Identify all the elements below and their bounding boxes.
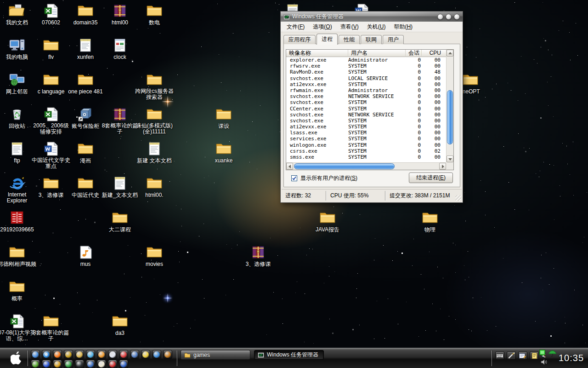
desktop-icon-40[interactable]: 3、选修课 — [237, 245, 279, 267]
desktop-icon-32[interactable]: html00. — [134, 176, 175, 198]
desktop-icon-37[interactable]: 郭德刚相声视频 — [0, 245, 38, 267]
red-media-icon[interactable] — [119, 350, 128, 359]
red-book-icon[interactable] — [108, 360, 117, 368]
table-row[interactable]: svchost.exeNETWORK SERVICE000 — [286, 93, 447, 99]
taskbar-clock[interactable]: 10:35 — [559, 353, 584, 363]
desktop-icon-36[interactable]: 物理 — [409, 211, 451, 233]
table-row[interactable]: smss.exeSYSTEM000 — [286, 154, 447, 160]
home-icon[interactable] — [108, 350, 117, 359]
table-row[interactable]: svchost.exeNETWORK SERVICE000 — [286, 112, 447, 118]
green-turtle-icon[interactable] — [31, 360, 40, 368]
desktop-icon-34[interactable]: 大二课程 — [99, 211, 141, 233]
menu-item-1[interactable]: 文件(F) — [283, 22, 309, 32]
desktop-icon-43[interactable]: 8套概率论的篇子 — [30, 314, 72, 342]
scroll-down-button[interactable] — [447, 155, 453, 162]
desktop-icon-25[interactable]: 漫画 — [65, 142, 106, 164]
start-button[interactable] — [7, 351, 26, 365]
blue-dolphin-icon[interactable] — [86, 350, 95, 359]
menu-item-5[interactable]: 帮助(H) — [390, 22, 417, 32]
minimize-button[interactable] — [437, 14, 443, 20]
table-row[interactable]: csrss.exeSYSTEM002 — [286, 148, 447, 154]
end-process-button[interactable]: 结束进程(E) — [409, 172, 453, 183]
table-row[interactable]: svchost.exeLOCAL SERVICE000 — [286, 75, 447, 81]
table-row[interactable]: winlogon.exeSYSTEM000 — [286, 142, 447, 148]
scroll-up-button[interactable] — [447, 50, 453, 57]
column-header-2[interactable]: 用户名 — [348, 50, 406, 57]
desktop-icon-41[interactable]: 概率 — [0, 280, 38, 302]
menu-item-4[interactable]: 关机(U) — [363, 22, 390, 32]
gold-blade-icon[interactable] — [75, 350, 84, 359]
table-row[interactable]: ati2evxx.exeSYSTEM000 — [286, 124, 447, 130]
menu-item-2[interactable]: 选项(O) — [309, 22, 336, 32]
tab-4[interactable]: 联网 — [361, 35, 382, 44]
vertical-scrollbar[interactable] — [446, 50, 453, 162]
column-header-3[interactable]: 会话 ID — [406, 50, 422, 57]
magic-wand-icon[interactable] — [507, 351, 516, 360]
tab-5[interactable]: 用户 — [383, 35, 404, 44]
qq-game-icon[interactable] — [64, 350, 73, 359]
table-row[interactable]: svchost.exeSYSTEM000 — [286, 118, 447, 124]
desktop-icon-44[interactable]: da3 — [99, 314, 141, 336]
orange-shell-icon[interactable] — [97, 350, 106, 359]
ime-pad-icon[interactable] — [518, 351, 527, 360]
desktop-icon-5[interactable]: 数电 — [134, 4, 175, 26]
vertical-scroll-thumb[interactable] — [447, 90, 453, 144]
show-all-users-checkbox[interactable] — [291, 175, 297, 181]
network-connection-icon[interactable] — [538, 349, 546, 358]
media-play-icon[interactable] — [119, 360, 128, 368]
table-row[interactable]: svchost.exeSYSTEM000 — [286, 99, 447, 105]
table-row[interactable]: CCenter.exeSYSTEM000 — [286, 106, 447, 112]
desktop-icon-33[interactable]: 29192039665 — [0, 211, 38, 233]
window-titlebar[interactable]: Windows 任务管理器 — [281, 12, 463, 22]
maximize-button[interactable] — [446, 14, 452, 20]
tab-2[interactable]: 进程 — [317, 34, 338, 45]
table-row[interactable]: RavMonD.exeSYSTEM048 — [286, 69, 447, 75]
blue-figure-icon[interactable] — [130, 350, 139, 359]
tab-3[interactable]: 性能 — [339, 35, 360, 44]
scroll-left-button[interactable] — [286, 163, 293, 170]
desktop-icon-38[interactable]: mus — [65, 245, 106, 267]
column-header-1[interactable]: 映像名称 — [286, 50, 348, 57]
resize-grip[interactable] — [455, 195, 461, 201]
desktop-icon-26[interactable]: 新建 文本文档 — [134, 142, 175, 164]
blue-swirl-icon[interactable] — [31, 350, 40, 359]
menu-item-3[interactable]: 查看(V) — [336, 22, 363, 32]
tab-1[interactable]: 应用程序 — [283, 35, 316, 44]
rising-umbrella-icon[interactable] — [64, 360, 73, 368]
thunder-xunlei-icon[interactable] — [42, 360, 51, 368]
column-header-4[interactable]: CPU — [422, 50, 447, 57]
desktop-icon-21[interactable]: 诛仙(多模式版)(全)11111 — [134, 107, 175, 135]
internet-explorer-icon[interactable]: e — [42, 350, 51, 359]
table-row[interactable]: explorer.exeAdministrator000 — [286, 57, 447, 63]
horizontal-scrollbar[interactable] — [286, 162, 446, 170]
desktop-icon-11[interactable]: clock — [99, 38, 141, 60]
leopard-icon[interactable] — [53, 360, 62, 368]
duck-icon[interactable] — [97, 360, 106, 368]
horizontal-scroll-thumb[interactable] — [294, 163, 395, 169]
taskbar-button-2[interactable]: Windows 任务管理器 — [254, 350, 324, 360]
orange-box-icon[interactable] — [163, 350, 172, 359]
table-row[interactable]: rfwmain.exeAdministrator000 — [286, 87, 447, 93]
close-button[interactable] — [454, 14, 460, 20]
blue-globe-icon[interactable] — [86, 360, 95, 368]
desktop-icon-22[interactable]: 课设 — [203, 107, 244, 129]
taskbar-button-1[interactable]: games — [181, 350, 250, 360]
desktop-icon-14[interactable]: one piece 481 — [65, 73, 106, 95]
table-row[interactable]: rfwsrv.exeSYSTEM000 — [286, 63, 447, 69]
desktop-icon-27[interactable]: xuanke — [203, 142, 244, 164]
qq-penguin-icon[interactable] — [75, 360, 84, 368]
yellow-doc-icon[interactable] — [530, 351, 539, 360]
table-row[interactable]: services.exeSYSTEM000 — [286, 136, 447, 142]
table-row[interactable]: ati2evxx.exeSYSTEM000 — [286, 81, 447, 87]
volume-speaker-icon[interactable] — [540, 359, 548, 367]
desktop-icon-39[interactable]: movies — [134, 245, 175, 267]
yellow-magnifier-icon[interactable] — [141, 350, 150, 359]
rising-umbrella-icon[interactable] — [548, 350, 557, 359]
table-row[interactable]: lsass.exeSYSTEM000 — [286, 130, 447, 136]
desktop-icon-15[interactable]: 跨网段cs服务器搜索器 — [134, 73, 175, 100]
desktop-icon-35[interactable]: JAVA报告 — [307, 211, 348, 233]
firefox-icon[interactable] — [53, 350, 62, 359]
scroll-right-button[interactable] — [439, 163, 446, 170]
keyboard-icon[interactable] — [495, 351, 504, 360]
blue-sphere-icon[interactable] — [152, 350, 161, 359]
